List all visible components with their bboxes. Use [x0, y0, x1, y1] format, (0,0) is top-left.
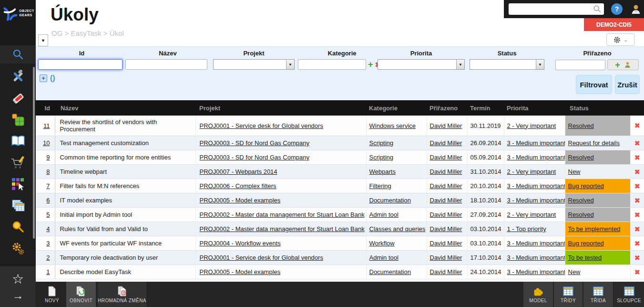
- status-link[interactable]: Bug reported: [568, 182, 604, 190]
- column-header-id[interactable]: Id: [36, 100, 55, 116]
- assigned-link[interactable]: David Miller: [430, 197, 462, 204]
- assigned-link[interactable]: David Miller: [430, 254, 462, 261]
- delete-row-icon[interactable]: ✖: [634, 254, 640, 262]
- refresh-button[interactable]: OBNOVIT: [66, 282, 96, 307]
- assigned-link[interactable]: David Miller: [430, 240, 462, 247]
- delete-row-icon[interactable]: ✖: [634, 211, 640, 219]
- class-button[interactable]: TŘÍDA: [583, 282, 613, 307]
- priority-link[interactable]: 3 - Medium important: [507, 268, 565, 275]
- assigned-link[interactable]: David Miller: [430, 168, 462, 175]
- sidebar-item-apps[interactable]: [0, 173, 36, 195]
- delete-row-icon[interactable]: ✖: [634, 168, 640, 176]
- sidebar-item-orders[interactable]: [0, 152, 36, 173]
- delete-row-icon[interactable]: ✖: [634, 139, 640, 147]
- sidebar-item-classes[interactable]: [0, 195, 36, 216]
- assigned-link[interactable]: David Miller: [430, 211, 462, 218]
- project-link[interactable]: PROJ0002 - Master data management for St…: [200, 211, 365, 218]
- filter-name-input[interactable]: [125, 59, 207, 70]
- project-link[interactable]: PROJ0001 - Service desk for Global vendo…: [200, 122, 323, 129]
- column-header-project[interactable]: Projekt: [195, 100, 366, 116]
- project-link[interactable]: PROJ0001 - Service desk for Global vendo…: [200, 254, 323, 261]
- filter-priority-select[interactable]: ▼: [378, 59, 465, 70]
- task-id-link[interactable]: 4: [46, 225, 50, 233]
- category-link[interactable]: Admin tool: [369, 211, 399, 218]
- column-header-category[interactable]: Kategorie: [366, 100, 427, 116]
- category-link[interactable]: Windows service: [369, 122, 416, 129]
- status-link[interactable]: Resolved: [568, 154, 594, 161]
- project-link[interactable]: PROJ0007 - Webparts 2014: [200, 168, 277, 175]
- filter-project-select[interactable]: ▼: [213, 59, 295, 70]
- category-link[interactable]: Scripting: [369, 154, 394, 161]
- task-id-link[interactable]: 10: [43, 139, 50, 147]
- priority-link[interactable]: 2 - Very important: [507, 122, 556, 129]
- status-link[interactable]: New: [568, 168, 581, 175]
- task-id-link[interactable]: 6: [46, 197, 50, 204]
- delete-row-icon[interactable]: ✖: [634, 225, 640, 233]
- model-button[interactable]: MODEL: [523, 282, 553, 307]
- priority-link[interactable]: 3 - Medium important: [507, 154, 565, 161]
- category-link[interactable]: Classes and queries: [369, 225, 426, 233]
- task-id-link[interactable]: 2: [46, 254, 50, 261]
- expand-arrow-icon[interactable]: →: [12, 290, 24, 301]
- category-link[interactable]: Documentation: [369, 197, 411, 204]
- task-id-link[interactable]: 5: [46, 211, 50, 218]
- favorites-star-icon[interactable]: ☆: [12, 273, 24, 286]
- task-id-link[interactable]: 1: [46, 268, 50, 275]
- help-icon[interactable]: ?: [611, 3, 623, 15]
- sidebar-item-tools[interactable]: [0, 66, 36, 87]
- user-profile-button[interactable]: [630, 3, 642, 15]
- sidebar-item-documentation[interactable]: [0, 130, 36, 152]
- sidebar-search-button[interactable]: [0, 45, 36, 64]
- priority-link[interactable]: 3 - Medium important: [507, 254, 565, 261]
- priority-link[interactable]: 3 - Medium important: [507, 197, 565, 204]
- page-settings-button[interactable]: ⌄: [606, 33, 634, 46]
- priority-link[interactable]: 1 - Top priority: [507, 225, 546, 233]
- column-header-due[interactable]: Termín: [467, 100, 504, 116]
- task-id-link[interactable]: 8: [46, 168, 50, 175]
- project-link[interactable]: PROJ0003 - SD for Nord Gas Company: [200, 154, 309, 161]
- priority-link[interactable]: 3 - Medium important: [507, 182, 565, 190]
- status-link[interactable]: New: [568, 268, 581, 275]
- app-logo[interactable]: OBJECT GEARS: [0, 0, 36, 45]
- status-link[interactable]: To be tested: [568, 254, 602, 261]
- priority-link[interactable]: 3 - Medium important: [507, 240, 565, 247]
- delete-row-icon[interactable]: ✖: [634, 240, 640, 247]
- delete-row-icon[interactable]: ✖: [634, 182, 640, 190]
- status-link[interactable]: Resolved: [568, 122, 594, 129]
- category-link[interactable]: Webparts: [369, 168, 396, 175]
- priority-link[interactable]: 3 - Medium important: [507, 139, 565, 147]
- category-link[interactable]: Scripting: [369, 139, 394, 147]
- columns-button[interactable]: SLOUPCE: [614, 282, 644, 307]
- bulk-change-button[interactable]: HROMADNÁ ZMĚNA: [98, 282, 146, 307]
- breadcrumb[interactable]: OG > EasyTask > Úkol: [51, 29, 124, 37]
- project-link[interactable]: PROJ0002 - Master data management for St…: [200, 225, 365, 233]
- title-expander-button[interactable]: ▼: [38, 34, 48, 46]
- category-link[interactable]: Filtering: [369, 182, 391, 190]
- person-picker-icon[interactable]: [624, 61, 631, 68]
- project-link[interactable]: PROJ0006 - Complex filters: [200, 182, 276, 190]
- sidebar-scrollbar[interactable]: [33, 67, 35, 239]
- sidebar-item-models[interactable]: [0, 109, 36, 130]
- add-condition-icon[interactable]: +: [40, 74, 47, 82]
- task-id-link[interactable]: 7: [46, 182, 50, 190]
- filter-button[interactable]: Filtrovat: [576, 75, 612, 94]
- priority-link[interactable]: 2 - Very important: [507, 211, 556, 218]
- sidebar-item-tags[interactable]: [0, 87, 36, 109]
- delete-row-icon[interactable]: ✖: [634, 122, 640, 129]
- delete-row-icon[interactable]: ✖: [634, 268, 640, 276]
- add-icon[interactable]: +: [368, 60, 373, 69]
- task-id-link[interactable]: 11: [43, 122, 50, 129]
- status-link[interactable]: Bug reported: [568, 240, 604, 247]
- column-header-assigned[interactable]: Přiřazeno: [427, 100, 467, 116]
- delete-row-icon[interactable]: ✖: [634, 197, 640, 204]
- filter-category-input[interactable]: [298, 59, 366, 70]
- project-link[interactable]: PROJ0005 - Model examples: [200, 197, 281, 204]
- assigned-link[interactable]: David Miller: [430, 268, 462, 275]
- classes-button[interactable]: TŘÍDY: [554, 282, 583, 307]
- delete-row-icon[interactable]: ✖: [634, 154, 640, 161]
- cancel-filter-button[interactable]: Zrušit: [615, 75, 640, 94]
- column-header-name[interactable]: Název: [55, 100, 195, 116]
- assigned-link[interactable]: David Miller: [430, 225, 462, 233]
- project-link[interactable]: PROJ0005 - Model examples: [200, 268, 281, 275]
- status-link[interactable]: To be implemented: [568, 225, 621, 233]
